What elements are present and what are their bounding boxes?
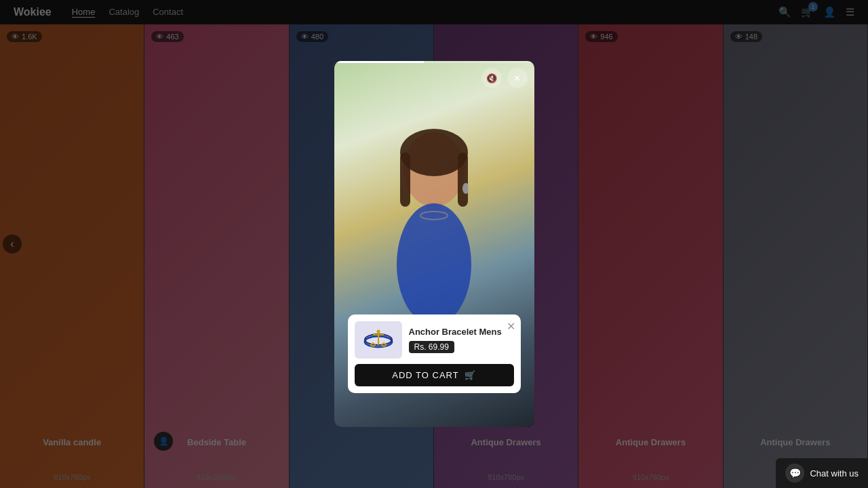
svg-point-12 [376, 330, 380, 333]
modal-product-top: Anchor Bracelet Mens Rs. 69.99 ✕ [355, 321, 514, 359]
modal-product-close-button[interactable]: ✕ [507, 320, 515, 333]
chat-widget[interactable]: 💬 Chat with us [776, 458, 868, 488]
svg-rect-3 [458, 152, 468, 207]
close-button[interactable]: ✕ [507, 68, 528, 88]
modal-product-image [355, 321, 402, 359]
chat-label: Chat with us [810, 468, 859, 479]
add-to-cart-button[interactable]: ADD TO CART 🛒 [355, 364, 514, 386]
modal-product-price: Rs. 69.99 [409, 341, 454, 353]
svg-point-7 [462, 183, 469, 194]
modal-product-card: Anchor Bracelet Mens Rs. 69.99 ✕ ADD TO … [348, 314, 521, 393]
modal-container: 🔇 ✕ [334, 61, 534, 427]
close-icon: ✕ [513, 73, 521, 83]
chat-icon: 💬 [785, 464, 804, 483]
modal-progress-fill [334, 61, 425, 63]
modal-product-name: Anchor Bracelet Mens [409, 327, 514, 337]
svg-point-5 [397, 203, 471, 325]
svg-rect-2 [400, 152, 410, 207]
modal-overlay: ❮ 🔇 ✕ [0, 0, 868, 488]
bracelet-image [358, 325, 399, 355]
chat-bubble-icon: 💬 [789, 468, 801, 479]
modal-controls: 🔇 ✕ [481, 68, 528, 88]
modal-progress-bar [334, 61, 534, 63]
add-to-cart-label: ADD TO CART [392, 370, 458, 380]
cart-icon-button: 🛒 [465, 370, 476, 380]
mute-icon: 🔇 [486, 73, 497, 83]
modal-product-info: Anchor Bracelet Mens Rs. 69.99 [409, 327, 514, 353]
mute-button[interactable]: 🔇 [481, 68, 502, 88]
